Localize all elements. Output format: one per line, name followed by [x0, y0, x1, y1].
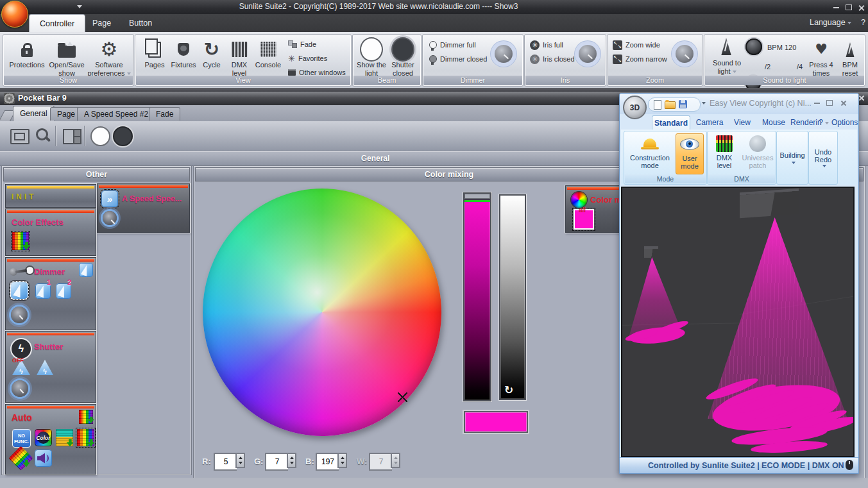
shutter-knob[interactable] — [12, 380, 28, 397]
color-wheel-cursor[interactable] — [398, 392, 407, 402]
color-auto-button[interactable]: Color — [35, 429, 52, 446]
pocket-tab-fade[interactable]: Fade — [149, 107, 180, 121]
ev-group-mode: Construction mode User mode Mode — [624, 131, 707, 185]
color-intensity-slider[interactable] — [463, 192, 491, 401]
zoom-wide-button[interactable]: ↖↘ Zoom wide — [613, 40, 660, 50]
iris-knob[interactable] — [579, 45, 597, 63]
shutter-section[interactable]: ϟ Shutter ϟ OFF ϟ — [5, 331, 96, 403]
red-stripe — [99, 185, 188, 188]
red-stripe — [7, 333, 94, 335]
open-save-show-button[interactable]: Open/Save show — [47, 38, 87, 77]
speed-button[interactable]: » A Speed Spee... — [97, 183, 190, 233]
pocket-tab-general[interactable]: General — [13, 106, 55, 121]
init-button[interactable]: INIT — [5, 184, 96, 208]
iris-full-button[interactable]: ✳Iris full — [530, 40, 563, 50]
ev-dmx-level-button[interactable]: DMX level — [709, 133, 740, 173]
tab-controller[interactable]: Controller — [29, 14, 85, 33]
software-preferences-label: Software preferences — [87, 61, 132, 77]
dimmer-knob[interactable] — [11, 307, 28, 323]
ev-tab-standard[interactable]: Standard — [652, 115, 690, 130]
speed-knob[interactable] — [103, 211, 117, 225]
dimmer-preset-selected[interactable] — [11, 282, 28, 299]
ev-tab-help[interactable]: ? — [817, 115, 830, 130]
sound-to-light-dropdown[interactable]: Sound to light — [707, 59, 747, 75]
speaker-icon[interactable] — [35, 450, 52, 467]
dimmer-section[interactable]: Dimmer 1 2 — [5, 257, 96, 330]
fixtures-button[interactable]: Fixtures — [169, 38, 198, 69]
ev-minimize-button[interactable] — [810, 99, 824, 107]
pocket-tab-speed[interactable]: A Speed Speed #2 — [77, 107, 155, 121]
slider-thumb[interactable] — [464, 194, 490, 200]
ev-tab-mouse[interactable]: Mouse — [757, 115, 790, 130]
language-menu[interactable]: Language — [810, 18, 851, 27]
dimmer-closed-button[interactable]: Dimmer closed — [429, 54, 487, 64]
minimize-button[interactable] — [829, 3, 843, 12]
tab-button[interactable]: Button — [119, 14, 162, 32]
group-dimmer: Dimmer full Dimmer closed Dimmer — [422, 34, 523, 87]
building-button[interactable]: Building — [778, 133, 806, 182]
bulb-icon — [429, 41, 437, 49]
iris-closed-button[interactable]: ✳Iris closed — [530, 54, 575, 64]
window-mode-button[interactable] — [10, 129, 30, 144]
ev-tab-camera[interactable]: Camera — [692, 115, 728, 130]
protections-button[interactable]: Protections — [7, 38, 47, 69]
tab-page[interactable]: Page — [82, 14, 121, 32]
cycle-button[interactable]: ↻ Cycle — [198, 38, 225, 69]
undo-redo-button[interactable]: Undo Redo — [810, 133, 836, 182]
g-stepper[interactable] — [287, 453, 296, 468]
ev-tab-view[interactable]: View — [728, 115, 757, 130]
ev-tab-options[interactable]: Options — [831, 115, 857, 130]
maximize-button[interactable] — [842, 3, 856, 12]
help-button[interactable]: ? — [861, 18, 865, 27]
r-input[interactable] — [214, 453, 237, 471]
b-input[interactable] — [316, 453, 339, 471]
zoom-narrow-button[interactable]: ↖↘ Zoom narrow — [613, 54, 667, 64]
search-icon[interactable] — [36, 128, 48, 140]
quick-access-arrow-icon[interactable] — [77, 5, 82, 8]
easy-view-3d-logo[interactable]: 3D — [623, 96, 647, 119]
shutter-closed-button[interactable]: Shutter closed — [387, 38, 418, 77]
app-logo[interactable] — [1, 1, 28, 28]
auto-section[interactable]: Auto NO FUNC. Color — [5, 404, 96, 475]
dimmer-beam-icon[interactable] — [79, 263, 93, 277]
r-stepper[interactable] — [235, 453, 245, 468]
dimmer-full-button[interactable]: Dimmer full — [429, 40, 476, 50]
chevron-down-icon[interactable] — [702, 102, 706, 105]
shutter-label: Shutter — [34, 342, 64, 351]
dimmer-knob[interactable] — [495, 45, 513, 63]
software-preferences-button[interactable]: ⚙ Software preferences — [87, 38, 132, 77]
zoom-knob[interactable] — [676, 45, 694, 63]
light-fixture-large[interactable] — [740, 191, 799, 218]
bpm-knob[interactable] — [745, 38, 762, 55]
user-mode-button[interactable]: User mode — [676, 133, 704, 174]
pages-button[interactable]: Pages — [140, 38, 169, 69]
easy-view-titlebar[interactable]: Easy View Copyright (c) Ni... — [620, 94, 858, 114]
color-effects-button[interactable]: Color Effects — [5, 208, 96, 256]
3d-viewport[interactable] — [621, 187, 855, 457]
no-func-button[interactable]: NO FUNC. — [12, 429, 31, 448]
press-4-times-button[interactable]: ♥ Press 4 times — [806, 38, 837, 77]
fade-button[interactable]: Fade — [288, 39, 316, 49]
brightness-slider[interactable]: ↻ — [499, 194, 526, 400]
bpm-reset-button[interactable]: BPM reset — [837, 38, 864, 77]
close-button[interactable] — [855, 3, 868, 12]
save-icon[interactable] — [679, 100, 687, 108]
ev-tab-rendering[interactable]: Rendering — [790, 115, 821, 130]
shutter-on-icon[interactable]: ϟ — [37, 360, 53, 375]
light-fixture-small[interactable] — [644, 249, 658, 258]
new-document-icon[interactable] — [654, 100, 661, 110]
console-button[interactable]: Console — [253, 38, 283, 69]
dmx-level-button[interactable]: DMX level — [225, 38, 253, 77]
light-beam-toggle[interactable] — [90, 126, 110, 146]
pocket-close-button[interactable] — [858, 95, 865, 101]
open-folder-icon[interactable] — [665, 101, 676, 109]
shutter-closed-toggle[interactable] — [113, 126, 133, 146]
construction-mode-button[interactable]: Construction mode — [625, 133, 674, 173]
shutter-closed-label: Shutter closed — [387, 61, 418, 77]
favorites-button[interactable]: ✳Favorites — [288, 53, 327, 63]
layout-button[interactable] — [63, 129, 81, 144]
ev-close-button[interactable] — [837, 99, 851, 107]
g-input[interactable] — [265, 453, 288, 471]
ev-maximize-button[interactable] — [822, 99, 837, 107]
b-stepper[interactable] — [337, 453, 347, 468]
